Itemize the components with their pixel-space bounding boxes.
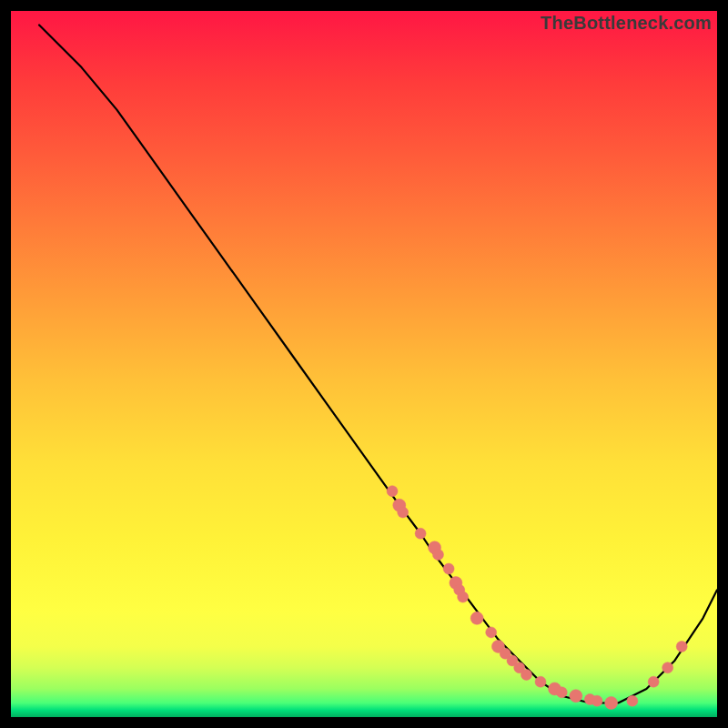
scatter-dot xyxy=(535,676,546,687)
scatter-dot xyxy=(570,690,582,703)
scatter-dot xyxy=(556,687,567,698)
scatter-dot xyxy=(605,696,618,709)
scatter-dot xyxy=(592,695,602,706)
scatter-dot xyxy=(470,612,483,624)
scatter-dot xyxy=(415,528,426,539)
scatter-dot xyxy=(662,662,673,673)
scatter-dot xyxy=(521,669,531,680)
scatter-dot xyxy=(458,592,469,602)
scatter-dot xyxy=(648,676,659,687)
scatter-dot xyxy=(432,550,443,561)
chart-curve xyxy=(39,25,717,703)
scatter-dot xyxy=(443,563,454,574)
scatter-dot xyxy=(398,507,409,518)
scatter-dot xyxy=(627,695,638,706)
scatter-dot xyxy=(676,641,687,652)
chart-plot xyxy=(11,11,717,717)
scatter-dot xyxy=(387,486,398,497)
scatter-dot xyxy=(486,627,497,638)
chart-scatter xyxy=(387,486,687,710)
